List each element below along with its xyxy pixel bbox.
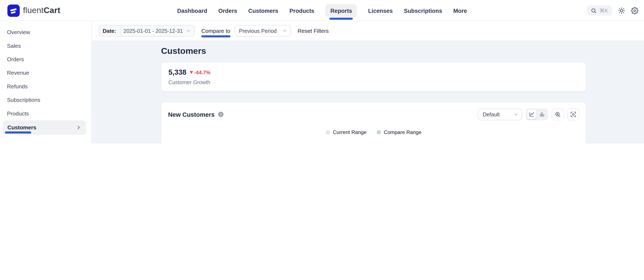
reset-filters-button[interactable]: Reset Filters xyxy=(298,28,329,34)
compare-period-value: Previous Period xyxy=(239,28,277,34)
app-window: fluentCart DashboardOrdersCustomersProdu… xyxy=(0,0,644,144)
info-icon[interactable]: i xyxy=(218,112,224,117)
chart-legend: Current RangeCompare Range xyxy=(161,130,586,135)
sidebar-item-label: Sales xyxy=(7,43,21,49)
sidebar-item-customers[interactable]: Customers xyxy=(3,120,86,135)
brand-name-light: fluent xyxy=(23,6,44,15)
legend-item-current-range[interactable]: Current Range xyxy=(326,130,366,135)
date-range-value: 2025-01-01 - 2025-12-31 xyxy=(120,28,186,34)
new-customers-chart-card: 02004006008001,0001,200Jan 2025Apr 2025J… xyxy=(161,102,586,144)
chart-mode-select[interactable]: Default xyxy=(478,108,522,120)
chevron-right-icon xyxy=(76,125,81,130)
date-range-filter[interactable]: Date: 2025-01-01 - 2025-12-31 xyxy=(99,25,195,36)
sidebar-item-overview[interactable]: Overview xyxy=(0,26,91,39)
line-chart-toggle[interactable] xyxy=(527,110,536,119)
sun-icon xyxy=(618,7,625,14)
brand-name-bold: Cart xyxy=(44,6,60,15)
chevron-down-icon xyxy=(186,28,191,33)
legend-dot-compare-range xyxy=(377,130,381,134)
compare-to-label: Compare to xyxy=(201,28,230,34)
sidebar-item-revenue[interactable]: Revenue xyxy=(0,66,91,80)
stat-label: Customer Growth xyxy=(168,79,579,86)
sidebar-item-sales[interactable]: Sales xyxy=(0,39,91,52)
filter-bar: Date: 2025-01-01 - 2025-12-31 Compare to… xyxy=(92,21,644,41)
legend-item-compare-range[interactable]: Compare Range xyxy=(377,130,422,135)
nav-item-reports[interactable]: Reports xyxy=(326,4,357,17)
nav-item-customers[interactable]: Customers xyxy=(248,7,278,14)
sidebar-item-label: Subscriptions xyxy=(7,97,40,103)
date-filter-label: Date: xyxy=(99,28,120,34)
chevron-down-icon xyxy=(282,28,287,33)
search-icon xyxy=(591,8,596,13)
topbar-actions: ⌘K xyxy=(587,0,638,21)
main-nav: DashboardOrdersCustomersProductsReportsL… xyxy=(177,0,467,21)
chart-type-segmented-control xyxy=(526,108,548,120)
sidebar-item-subscriptions[interactable]: Subscriptions xyxy=(0,93,91,107)
chart-mode-value: Default xyxy=(483,111,500,118)
chevron-down-icon xyxy=(514,112,518,117)
bar-chart-icon xyxy=(539,111,545,118)
page-title: Customers xyxy=(161,46,644,56)
nav-item-dashboard[interactable]: Dashboard xyxy=(177,7,207,14)
compare-to-active-indicator xyxy=(201,35,230,37)
sidebar-item-label: Orders xyxy=(7,56,24,62)
stat-delta-value: -44.7% xyxy=(194,70,210,75)
focus-button[interactable] xyxy=(568,108,580,120)
sidebar-active-indicator xyxy=(5,132,31,134)
gear-icon xyxy=(631,7,638,14)
fluentcart-logo-mark xyxy=(7,4,20,17)
theme-toggle-button[interactable] xyxy=(618,7,625,14)
legend-dot-current-range xyxy=(326,130,330,134)
sidebar-item-label: Revenue xyxy=(7,70,29,76)
search-shortcut: ⌘K xyxy=(600,7,608,14)
zoom-in-icon xyxy=(554,111,561,118)
zoom-in-button[interactable] xyxy=(552,108,564,120)
customer-growth-card: 5,338 -44.7% Customer Growth xyxy=(161,62,586,92)
stat-delta: -44.7% xyxy=(190,70,210,75)
chart-title: New Customers xyxy=(168,111,214,118)
line-chart-icon xyxy=(529,111,535,118)
legend-label: Compare Range xyxy=(384,130,422,135)
brand-name: fluentCart xyxy=(23,6,60,15)
chart-controls: Default xyxy=(478,108,579,120)
nav-item-licenses[interactable]: Licenses xyxy=(368,7,393,14)
legend-label: Current Range xyxy=(333,130,366,135)
chart-header: New Customers i Default xyxy=(161,102,586,120)
sidebar-item-label: Overview xyxy=(7,29,30,35)
nav-item-products[interactable]: Products xyxy=(290,7,314,14)
trend-down-icon xyxy=(190,71,193,74)
main-content: Customers 5,338 -44.7% Customer Growth 0… xyxy=(92,41,644,144)
sidebar-item-label: Customers xyxy=(7,124,36,131)
sidebar-item-refunds[interactable]: Refunds xyxy=(0,80,91,93)
nav-item-subscriptions[interactable]: Subscriptions xyxy=(404,7,442,14)
fluentcart-logo[interactable] xyxy=(7,4,20,17)
stat-value: 5,338 xyxy=(168,68,186,77)
compare-to-toggle[interactable]: Compare to xyxy=(201,28,230,34)
sidebar-item-orders[interactable]: Orders xyxy=(0,52,91,66)
compare-period-select[interactable]: Previous Period xyxy=(234,25,291,36)
bar-chart-toggle[interactable] xyxy=(537,110,547,119)
nav-item-orders[interactable]: Orders xyxy=(218,7,237,14)
reports-sidebar: OverviewSalesOrdersRevenueRefundsSubscri… xyxy=(0,21,92,144)
search-button[interactable]: ⌘K xyxy=(587,5,612,16)
sidebar-item-label: Products xyxy=(7,110,29,116)
nav-item-more[interactable]: More xyxy=(453,7,467,14)
settings-button[interactable] xyxy=(631,7,638,14)
sidebar-item-label: Refunds xyxy=(7,83,28,90)
brand: fluentCart xyxy=(7,0,60,21)
top-bar: fluentCart DashboardOrdersCustomersProdu… xyxy=(0,0,644,21)
sidebar-item-products[interactable]: Products xyxy=(0,107,91,120)
focus-scan-icon xyxy=(570,111,576,118)
